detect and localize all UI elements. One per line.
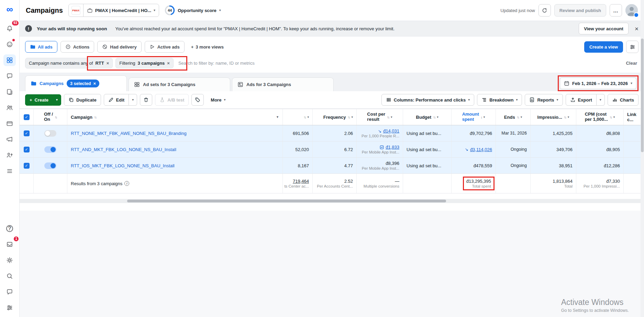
cost-per-result-link[interactable]: đ1,833 bbox=[386, 145, 399, 150]
tab-ad-sets[interactable]: Ad sets for 3 Campaigns bbox=[129, 77, 230, 91]
view-tab-active-ads[interactable]: Active ads bbox=[145, 41, 185, 53]
date-range-selector[interactable]: Feb 1, 2026 – Feb 23, 2026 ▾ bbox=[560, 77, 636, 89]
chevron-down-icon[interactable]: ▾ bbox=[521, 115, 522, 119]
header-impressions[interactable]: Impressio... ↑↓ ▾ bbox=[531, 109, 576, 125]
sort-icon[interactable]: ↑↓ bbox=[433, 115, 435, 119]
vertical-scrollbar-thumb[interactable] bbox=[641, 39, 644, 152]
chevron-down-icon[interactable]: ▾ bbox=[307, 115, 309, 119]
reach-total-link[interactable]: 719,464 bbox=[293, 179, 309, 184]
campaign-name-link[interactable]: RTT_IOS_MKT_FBK_LOG_NONE_NS_BAU_Install bbox=[71, 163, 279, 168]
header-cost-per-result[interactable]: Cost perresult ↑↓ ▾ bbox=[357, 109, 403, 125]
reports-button[interactable]: Reports ▾ bbox=[525, 94, 563, 106]
ads-nav-icon[interactable] bbox=[3, 134, 16, 145]
ads-manager-nav-icon[interactable] bbox=[3, 54, 16, 66]
search-nav-icon[interactable] bbox=[3, 270, 16, 282]
sort-icon[interactable]: ↑↓ bbox=[303, 115, 306, 119]
header-off-on[interactable]: Off /On ↑↓ bbox=[34, 109, 67, 125]
tab-ads[interactable]: Ads for 3 Campaigns bbox=[232, 77, 334, 91]
all-tools-nav-icon[interactable] bbox=[3, 165, 16, 177]
export-dropdown[interactable]: ▾ bbox=[597, 94, 605, 106]
sort-desc-icon[interactable]: ↓ bbox=[481, 115, 482, 119]
create-button[interactable]: + Create bbox=[25, 94, 53, 106]
sort-icon[interactable]: ↑↓ bbox=[387, 115, 389, 119]
amount-spent-link[interactable]: đ3,114,026 bbox=[470, 147, 492, 152]
chevron-down-icon[interactable]: ▾ bbox=[437, 115, 438, 119]
row-checkbox[interactable]: ✓ bbox=[24, 130, 30, 136]
sort-icon[interactable]: ↑↓ bbox=[347, 115, 349, 119]
view-tab-actions[interactable]: Actions bbox=[60, 41, 95, 53]
tools-icon[interactable] bbox=[3, 302, 16, 314]
campaign-name-link[interactable]: RTT_NONE_MKT_FBK_AWE_NONE_NS_BAU_Brandin… bbox=[71, 131, 279, 136]
help-icon[interactable]: ? bbox=[3, 223, 16, 234]
create-dropdown[interactable]: ▾ bbox=[53, 94, 61, 106]
account-quality-icon[interactable] bbox=[3, 39, 16, 50]
horizontal-scrollbar-thumb[interactable] bbox=[127, 200, 446, 202]
campaign-toggle-on[interactable] bbox=[44, 162, 56, 169]
more-button[interactable]: More ▾ bbox=[207, 95, 230, 105]
insights-nav-icon[interactable] bbox=[3, 149, 16, 161]
delete-button[interactable] bbox=[140, 94, 152, 106]
campaign-toggle-off[interactable] bbox=[44, 130, 56, 137]
view-your-account-button[interactable]: View your account bbox=[579, 23, 629, 34]
pages-nav-icon[interactable] bbox=[3, 86, 16, 98]
create-a-view-button[interactable]: Create a view bbox=[584, 41, 623, 53]
sort-icon[interactable]: ↑↓ bbox=[564, 115, 566, 119]
clear-selection-icon[interactable]: × bbox=[93, 81, 96, 86]
edit-button[interactable]: Edit bbox=[104, 94, 129, 106]
campaign-name-link[interactable]: RTT_AND_MKT_FBK_LOG_NONE_NS_BAU_Install bbox=[71, 147, 279, 152]
clear-filters-button[interactable]: Clear bbox=[626, 61, 639, 66]
filter-funnel-icon[interactable]: ▼ bbox=[276, 115, 279, 119]
header-frequency[interactable]: Frequency ↑↓ ▾ bbox=[313, 109, 357, 125]
view-tab-had-delivery[interactable]: Had delivery bbox=[97, 41, 141, 53]
row-checkbox[interactable]: ✓ bbox=[24, 163, 30, 169]
select-all-checkbox[interactable]: ✓ bbox=[24, 114, 30, 120]
vertical-scrollbar[interactable] bbox=[641, 0, 644, 317]
chevron-down-icon[interactable]: ▾ bbox=[391, 115, 392, 119]
meta-logo[interactable]: ∞ bbox=[3, 3, 16, 15]
selected-count-badge[interactable]: 3 selected × bbox=[67, 80, 99, 87]
remove-filter-icon[interactable]: × bbox=[167, 61, 170, 66]
chevron-down-icon[interactable]: ▾ bbox=[351, 115, 353, 119]
header-campaign[interactable]: Campaign ↑↓ ▼ bbox=[67, 109, 283, 125]
columns-button[interactable]: Columns: Performance and clicks ▾ bbox=[381, 94, 475, 106]
edit-dropdown[interactable]: ▾ bbox=[129, 94, 137, 106]
inbox-icon[interactable]: 1 bbox=[3, 239, 16, 250]
view-tab-all-ads[interactable]: All ads bbox=[25, 41, 57, 53]
billing-nav-icon[interactable] bbox=[3, 118, 16, 129]
more-options-button[interactable]: … bbox=[610, 4, 622, 17]
cost-per-result-link[interactable]: đ14,031 bbox=[383, 128, 399, 134]
export-button[interactable]: Export bbox=[566, 94, 597, 106]
campaign-toggle-on[interactable] bbox=[44, 146, 56, 153]
view-settings-button[interactable] bbox=[626, 41, 639, 53]
header-amount-spent[interactable]: Amountspent ↓ ▾ bbox=[452, 109, 496, 125]
horizontal-scrollbar[interactable] bbox=[20, 199, 644, 203]
tag-button[interactable] bbox=[191, 94, 204, 106]
header-budget[interactable]: Budget ↑↓ ▾ bbox=[403, 109, 452, 125]
header-ends[interactable]: Ends ↑↓ ▾ bbox=[496, 109, 531, 125]
feedback-icon[interactable] bbox=[3, 286, 16, 298]
sort-icon[interactable]: ↑↓ bbox=[517, 115, 519, 119]
chevron-down-icon[interactable]: ▾ bbox=[613, 115, 615, 119]
charts-button[interactable]: Charts bbox=[608, 94, 639, 106]
notifications-icon[interactable]: 93 bbox=[3, 23, 16, 34]
account-selector[interactable]: PMAX PMAX | HomeCredit | HO... ▾ bbox=[68, 4, 159, 17]
comments-nav-icon[interactable] bbox=[3, 70, 16, 82]
info-icon[interactable]: i bbox=[124, 181, 129, 186]
audiences-nav-icon[interactable] bbox=[3, 102, 16, 114]
row-checkbox[interactable]: ✓ bbox=[24, 147, 30, 152]
chevron-down-icon[interactable]: ▾ bbox=[484, 115, 485, 119]
sort-icon[interactable]: ↑↓ bbox=[94, 115, 96, 119]
profile-avatar[interactable] bbox=[625, 4, 638, 17]
chevron-down-icon[interactable]: ▾ bbox=[568, 115, 569, 119]
header-reach[interactable]: ↑↓ ▾ bbox=[283, 109, 313, 125]
more-views-button[interactable]: + 3 more views bbox=[188, 42, 227, 52]
filter-search-input[interactable] bbox=[176, 59, 623, 68]
opportunity-score[interactable]: 44 Opportunity score ▾ bbox=[165, 5, 221, 15]
filter-chip-campaign-name[interactable]: Campaign name contains any of RTT × bbox=[25, 58, 113, 68]
review-and-publish-button[interactable]: Review and publish bbox=[554, 4, 606, 17]
header-cpm[interactable]: CPM (costper 1,000... ↑↓ ▾ bbox=[576, 109, 624, 125]
sort-icon[interactable]: ↑↓ bbox=[610, 115, 612, 119]
ab-test-button[interactable]: A/B test bbox=[155, 94, 189, 106]
tab-campaigns[interactable]: Campaigns 3 selected × bbox=[25, 75, 127, 91]
sort-icon[interactable]: ↑↓ bbox=[55, 115, 57, 119]
